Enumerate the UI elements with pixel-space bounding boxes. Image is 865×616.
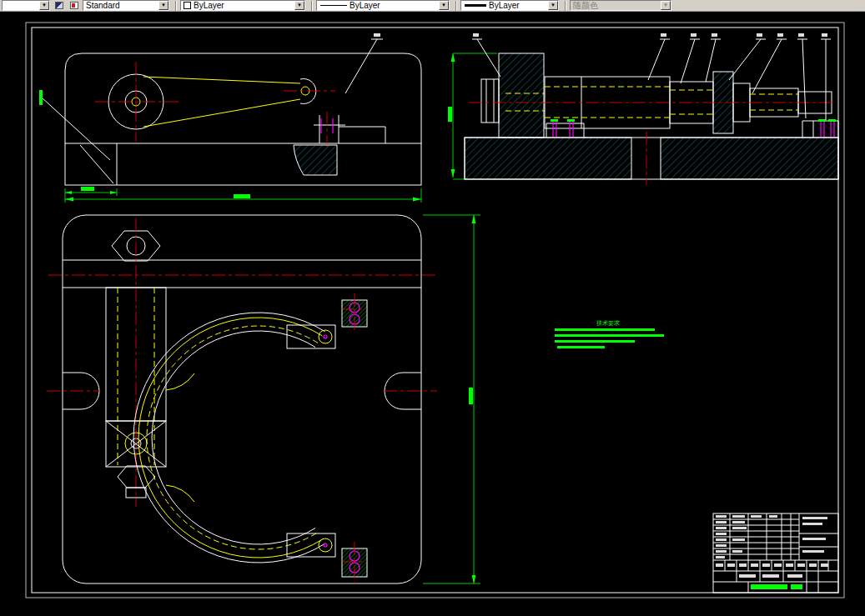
linetype-swatch-icon <box>320 5 347 6</box>
screw-assembly-bottom[interactable] <box>342 542 367 583</box>
screw-assembly-top[interactable] <box>342 293 367 332</box>
hatched-base-right <box>661 138 838 179</box>
toolbar-separator <box>455 1 457 11</box>
chevron-down-icon[interactable]: ▼ <box>548 1 558 10</box>
cad-application: { "toolbar": { "style_combo_value": "Sta… <box>0 0 865 616</box>
toolbar-separator <box>311 1 313 11</box>
chevron-down-icon[interactable]: ▼ <box>158 1 168 10</box>
hatched-pedestal <box>499 53 544 138</box>
chevron-down-icon[interactable]: ▼ <box>294 1 304 10</box>
drawing-svg[interactable]: 技术要求 <box>0 12 865 616</box>
view-section-elevation[interactable] <box>448 33 838 185</box>
chevron-down-icon: ▼ <box>661 1 671 10</box>
text-style-icon[interactable] <box>68 0 81 11</box>
color-combo[interactable]: ByLayer ▼ <box>180 0 305 11</box>
view-side-elevation[interactable] <box>39 33 421 203</box>
color-swatch-icon <box>184 2 191 9</box>
drawing-canvas[interactable]: 技术要求 <box>0 12 865 616</box>
tech-requirements-note[interactable]: 技术要求 <box>555 320 664 348</box>
c-yoke[interactable] <box>133 313 324 563</box>
lineweight-swatch-icon <box>465 4 486 7</box>
tech-requirements-line <box>555 334 664 337</box>
style-preview-glyph <box>55 2 63 9</box>
tech-requirements-line <box>557 346 605 348</box>
lineweight-combo[interactable]: ByLayer ▼ <box>460 0 559 11</box>
dimension-vertical-plan[interactable] <box>423 215 480 583</box>
styles-properties-toolbar: ▼ Standard ▼ ByLayer ▼ ByLayer ▼ ByLayer… <box>0 0 865 12</box>
text-style-glyph <box>70 2 78 9</box>
view-plan[interactable] <box>47 215 480 583</box>
style-preview-icon[interactable] <box>53 0 66 11</box>
dimension-horizontal[interactable] <box>65 187 421 203</box>
plotstyle-combo: 随颜色 ▼ <box>570 0 671 11</box>
tech-requirements-line <box>555 328 655 331</box>
color-combo-value: ByLayer <box>191 1 294 10</box>
lineweight-combo-value: ByLayer <box>486 1 548 10</box>
hatched-base-left <box>465 138 631 179</box>
hatched-wedge <box>294 145 337 175</box>
linetype-combo-value: ByLayer <box>347 1 439 10</box>
hex-nut <box>118 466 155 488</box>
plotstyle-combo-value: 随颜色 <box>571 1 661 10</box>
tech-requirements-line <box>555 340 635 343</box>
toolbar-separator <box>175 1 177 11</box>
title-block-text-marks <box>716 515 828 589</box>
workspace-combo[interactable]: ▼ <box>2 0 50 11</box>
text-style-combo-value: Standard <box>83 1 158 10</box>
linetype-combo[interactable]: ByLayer ▼ <box>316 0 450 11</box>
chevron-down-icon[interactable]: ▼ <box>439 1 449 10</box>
chevron-down-icon[interactable]: ▼ <box>39 1 49 10</box>
text-style-combo[interactable]: Standard ▼ <box>83 0 169 11</box>
title-block <box>713 513 838 593</box>
tech-requirements-title: 技术要求 <box>596 320 620 327</box>
toolbar-separator <box>565 1 566 11</box>
